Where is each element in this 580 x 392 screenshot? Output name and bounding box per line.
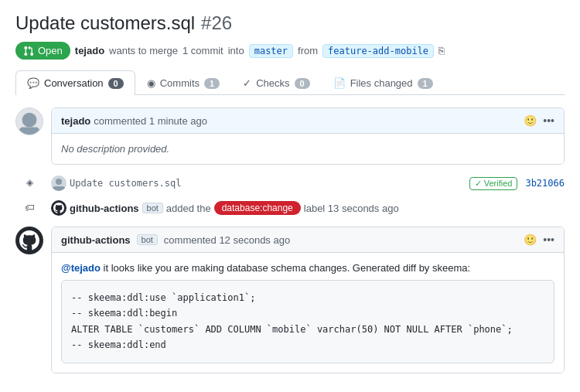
- tab-commits-label: Commits: [160, 77, 200, 89]
- first-comment: tejado commented 1 minute ago 🙂 ••• No d…: [15, 107, 565, 165]
- open-badge-label: Open: [38, 45, 63, 56]
- first-comment-text: No description provided.: [61, 143, 169, 155]
- pr-meta-action: wants to merge: [109, 45, 178, 56]
- second-comment-time: commented 12 seconds ago: [164, 234, 290, 246]
- code-line-3: ALTER TABLE `customers` ADD COLUMN `mobi…: [71, 322, 544, 337]
- tab-files-changed-count: 1: [418, 78, 433, 89]
- second-more-options-button[interactable]: •••: [543, 233, 554, 246]
- github-actions-icon-small: [53, 203, 64, 213]
- head-branch[interactable]: feature-add-mobile: [322, 44, 434, 58]
- label-event-content: github-actions bot added the database:ch…: [51, 200, 565, 216]
- second-comment-actions: 🙂 •••: [524, 233, 554, 246]
- tag-icon: 🏷: [25, 202, 35, 213]
- label-action: added the: [166, 203, 211, 214]
- avatar-svg: [16, 107, 43, 135]
- tab-conversation[interactable]: 💬 Conversation 0: [15, 70, 135, 95]
- content-area: tejado commented 1 minute ago 🙂 ••• No d…: [15, 95, 565, 373]
- pr-meta-from: from: [298, 45, 318, 56]
- github-actions-avatar: [15, 227, 43, 254]
- second-comment-bot-badge: bot: [137, 234, 158, 245]
- second-comment: github-actions bot commented 12 seconds …: [15, 227, 565, 373]
- code-line-1: -- skeema:ddl:use `application1`;: [71, 290, 544, 305]
- label-timeline-icon: 🏷: [15, 200, 43, 213]
- pr-number: #26: [201, 12, 232, 34]
- code-block: -- skeema:ddl:use `application1`; -- ske…: [61, 280, 554, 363]
- first-comment-box: tejado commented 1 minute ago 🙂 ••• No d…: [51, 107, 565, 165]
- label-event: 🏷 github-actions bot added the database:…: [15, 200, 565, 216]
- second-comment-body: @tejado it looks like you are making dat…: [52, 253, 564, 373]
- commit-avatar: [51, 176, 67, 191]
- pr-title-area: Update customers.sql #26: [15, 12, 565, 34]
- tejado-avatar-img: [16, 108, 43, 135]
- conversation-icon: 💬: [27, 77, 39, 89]
- first-comment-header: tejado commented 1 minute ago 🙂 •••: [52, 108, 564, 134]
- commit-message: Update customers.sql: [70, 178, 182, 189]
- svg-rect-5: [53, 186, 65, 191]
- first-comment-author: tejado: [61, 115, 90, 127]
- first-comment-body: No description provided.: [52, 134, 564, 164]
- open-badge: Open: [15, 42, 70, 60]
- commit-event-content: Update customers.sql ✓ Verified 3b21066: [51, 176, 565, 191]
- files-icon: 📄: [333, 77, 346, 89]
- emoji-reaction-button[interactable]: 🙂: [524, 114, 537, 127]
- verified-label: Verified: [484, 179, 513, 188]
- pr-meta-into: into: [228, 45, 244, 56]
- verified-badge: ✓ Verified: [469, 177, 518, 190]
- commit-event: ◈ Update customers.sql ✓ Verified 3b2106…: [15, 176, 565, 191]
- more-options-button[interactable]: •••: [543, 114, 554, 127]
- base-branch[interactable]: master: [249, 44, 293, 58]
- tab-files-changed[interactable]: 📄 Files changed 1: [322, 70, 445, 95]
- pr-meta: Open tejado wants to merge 1 commit into…: [15, 42, 565, 60]
- commit-timeline-icon: ◈: [15, 176, 43, 188]
- git-commit-icon: ◈: [26, 177, 33, 188]
- mention-tejado[interactable]: @tejado: [61, 262, 101, 274]
- label-suffix: label 13 seconds ago: [304, 203, 399, 214]
- svg-rect-2: [19, 128, 39, 135]
- tab-files-label: Files changed: [350, 77, 413, 89]
- first-comment-actions: 🙂 •••: [524, 114, 554, 127]
- tab-commits-count: 1: [204, 78, 220, 89]
- first-comment-time: commented 1 minute ago: [94, 115, 207, 127]
- label-actor-badge: bot: [142, 203, 163, 213]
- second-comment-header: github-actions bot commented 12 seconds …: [52, 227, 564, 253]
- second-emoji-reaction-button[interactable]: 🙂: [524, 233, 537, 246]
- tab-commits[interactable]: ◉ Commits 1: [135, 70, 231, 95]
- second-comment-box: github-actions bot commented 12 seconds …: [51, 227, 565, 373]
- second-comment-header-left: github-actions bot commented 12 seconds …: [61, 234, 290, 246]
- tejado-avatar: [15, 107, 43, 135]
- label-tag: database:change: [214, 201, 301, 215]
- pr-title: Update customers.sql: [15, 12, 195, 34]
- first-comment-header-left: tejado commented 1 minute ago: [61, 115, 207, 127]
- pr-meta-author: tejado: [75, 45, 104, 56]
- second-comment-author: github-actions: [61, 234, 131, 246]
- tabs-bar: 💬 Conversation 0 ◉ Commits 1 ✓ Checks 0 …: [15, 70, 565, 95]
- commits-icon: ◉: [147, 77, 155, 89]
- label-actor: github-actions: [70, 203, 139, 214]
- copy-branch-icon[interactable]: ⎘: [438, 45, 445, 56]
- tab-checks-count: 0: [295, 78, 310, 89]
- svg-point-4: [56, 179, 62, 185]
- github-actions-small-avatar: [51, 200, 67, 216]
- svg-rect-1: [22, 113, 37, 128]
- code-line-2: -- skeema:ddl:begin: [71, 305, 544, 321]
- tab-conversation-label: Conversation: [44, 77, 104, 89]
- second-comment-text: @tejado it looks like you are making dat…: [61, 262, 554, 274]
- github-actions-logo: [19, 230, 39, 251]
- pr-open-icon: [23, 46, 34, 56]
- commit-hash[interactable]: 3b21066: [525, 178, 565, 189]
- tab-checks-label: Checks: [256, 77, 289, 89]
- pr-meta-commits: 1 commit: [183, 45, 223, 56]
- tab-checks[interactable]: ✓ Checks 0: [231, 70, 321, 95]
- code-line-4: -- skeema:ddl:end: [71, 337, 544, 353]
- tab-conversation-count: 0: [108, 78, 124, 89]
- second-comment-body-text: it looks like you are making database sc…: [101, 262, 470, 274]
- checks-icon: ✓: [243, 77, 251, 89]
- commit-avatar-svg: [51, 176, 67, 191]
